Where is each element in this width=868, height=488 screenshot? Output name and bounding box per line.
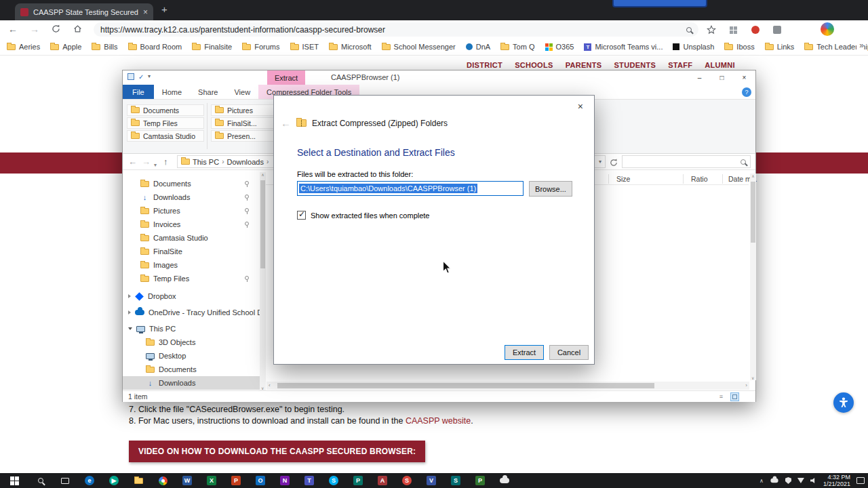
bookmark-dna[interactable]: DnA bbox=[466, 43, 490, 51]
extract-destination-camtasia-studio[interactable]: Camtasia Studio bbox=[127, 130, 204, 142]
nav-link-parents[interactable]: PARENTS bbox=[566, 61, 602, 69]
tray-expand-icon[interactable]: ∧ bbox=[760, 478, 764, 484]
sidebar-item-temp-files[interactable]: Temp Files bbox=[123, 272, 260, 285]
sidebar-item-pictures[interactable]: Pictures bbox=[123, 204, 260, 218]
horizontal-scrollbar[interactable]: ‹ › bbox=[267, 382, 749, 390]
extract-destination-documents[interactable]: Documents bbox=[127, 104, 204, 116]
bookmark-apple[interactable]: Apple bbox=[50, 43, 81, 51]
start-button[interactable] bbox=[0, 473, 28, 488]
taskbar-sharepoint-icon[interactable]: S bbox=[443, 473, 468, 488]
bookmark-iboss[interactable]: Iboss bbox=[724, 43, 754, 51]
taskbar-clock[interactable]: 4:32 PM 1/21/2021 bbox=[823, 474, 850, 487]
sidebar-item-dropbox[interactable]: Dropbox bbox=[123, 289, 260, 303]
help-icon[interactable]: ? bbox=[742, 87, 751, 97]
sidebar-item-finalsite[interactable]: FinalSite bbox=[123, 245, 260, 258]
accessibility-widget-button[interactable] bbox=[833, 392, 854, 413]
extension-puzzle-icon[interactable] bbox=[773, 26, 781, 34]
browse-button[interactable]: Browse... bbox=[529, 181, 572, 197]
onedrive-tray-icon[interactable] bbox=[770, 479, 778, 483]
scrollbar-thumb[interactable] bbox=[751, 182, 755, 243]
taskbar-visio-icon[interactable]: V bbox=[419, 473, 443, 488]
bookmark-aeries[interactable]: Aeries bbox=[7, 43, 40, 51]
tab-home[interactable]: Home bbox=[154, 85, 190, 99]
scroll-down-icon[interactable]: ∨ bbox=[261, 386, 264, 390]
bookmark-microsoft-teams-vi[interactable]: TMicrosoft Teams vi... bbox=[584, 43, 663, 51]
tab-close-icon[interactable]: × bbox=[143, 7, 148, 17]
nav-forward-icon[interactable]: → bbox=[142, 157, 151, 167]
taskbar-edge-icon[interactable]: e bbox=[77, 473, 102, 488]
nav-back-icon[interactable]: ← bbox=[128, 157, 137, 167]
bookmark-microsoft[interactable]: Microsoft bbox=[329, 43, 372, 51]
tab-share[interactable]: Share bbox=[190, 85, 226, 99]
bookmark-o365[interactable]: O365 bbox=[545, 43, 574, 51]
maximize-button[interactable]: □ bbox=[711, 70, 733, 85]
nav-link-schools[interactable]: SCHOOLS bbox=[515, 61, 553, 69]
taskbar-task-view-icon[interactable] bbox=[53, 473, 77, 488]
extension-icon-red[interactable] bbox=[751, 26, 760, 34]
close-button[interactable]: × bbox=[733, 70, 755, 85]
taskbar-search-icon[interactable] bbox=[28, 473, 53, 488]
nav-link-students[interactable]: STUDENTS bbox=[614, 61, 656, 69]
taskbar-onedrive-icon[interactable] bbox=[492, 473, 517, 488]
bookmark-unsplash[interactable]: Unsplash bbox=[673, 43, 714, 51]
bookmark-forums[interactable]: Forums bbox=[242, 43, 279, 51]
dialog-close-icon[interactable]: × bbox=[574, 100, 587, 113]
nav-link-staff[interactable]: STAFF bbox=[668, 61, 692, 69]
refresh-icon[interactable] bbox=[610, 157, 618, 169]
tab-view[interactable]: View bbox=[226, 85, 258, 99]
extract-button[interactable]: Extract bbox=[505, 345, 544, 360]
breadcrumb-this-pc[interactable]: This PC bbox=[193, 158, 219, 166]
column-header-ratio[interactable]: Ratio bbox=[691, 175, 708, 183]
sidebar-item-onedrive-tracy-unified-school-distr[interactable]: OneDrive - Tracy Unified School Distr bbox=[123, 306, 260, 319]
bookmark-links[interactable]: Links bbox=[765, 43, 795, 51]
chevron-down-icon[interactable] bbox=[128, 327, 132, 330]
bookmark-star-icon[interactable] bbox=[707, 25, 716, 37]
taskbar-project-icon[interactable]: P bbox=[468, 473, 492, 488]
dialog-back-icon[interactable]: ← bbox=[281, 117, 291, 129]
sidebar-item-documents[interactable]: Documents bbox=[123, 363, 260, 376]
explorer-title-bar[interactable]: ✓ ▾ Extract CAASPPBrowser (1) – □ × bbox=[123, 70, 755, 85]
explorer-search-input[interactable] bbox=[622, 155, 751, 168]
refresh-icon[interactable] bbox=[52, 24, 60, 35]
sidebar-item-camtasia-studio[interactable]: Camtasia Studio bbox=[123, 231, 260, 245]
filelist-scrollbar[interactable]: ∧∨ bbox=[750, 174, 756, 380]
chevron-right-icon[interactable] bbox=[128, 310, 131, 314]
bookmarks-overflow-icon[interactable]: » bbox=[856, 41, 864, 50]
zoom-icon[interactable] bbox=[686, 27, 692, 33]
taskbar-onenote-icon[interactable]: N bbox=[273, 473, 297, 488]
bookmark-tom-q[interactable]: Tom Q bbox=[500, 43, 534, 51]
scroll-left-icon[interactable]: ‹ bbox=[269, 382, 271, 388]
taskbar-excel-icon[interactable]: X bbox=[199, 473, 224, 488]
scrollbar-thumb[interactable] bbox=[260, 180, 265, 268]
security-shield-icon[interactable] bbox=[785, 477, 791, 484]
network-icon[interactable] bbox=[797, 478, 804, 483]
tab-file[interactable]: File bbox=[123, 85, 154, 99]
nav-history-dropdown-icon[interactable]: ▾ bbox=[154, 160, 157, 170]
properties-check-icon[interactable]: ✓ bbox=[138, 73, 144, 81]
nav-up-icon[interactable]: ↑ bbox=[163, 157, 168, 167]
sidebar-item-this-pc[interactable]: This PC bbox=[123, 322, 260, 336]
bookmark-school-messenger[interactable]: School Messenger bbox=[382, 43, 456, 51]
taskbar-publisher-icon[interactable]: P bbox=[346, 473, 370, 488]
nav-link-alumni[interactable]: ALUMNI bbox=[705, 61, 735, 69]
chevron-right-icon[interactable] bbox=[128, 294, 131, 298]
address-bar[interactable]: https://www.tracy.k12.ca.us/parentstuden… bbox=[94, 22, 698, 37]
back-icon[interactable]: ← bbox=[8, 24, 18, 35]
thumbnail-view-icon[interactable] bbox=[730, 392, 739, 401]
sidebar-item-desktop[interactable]: Desktop bbox=[123, 349, 260, 363]
browser-tab[interactable]: CAASPP State Testing Secured B × bbox=[15, 3, 153, 20]
scroll-right-icon[interactable]: › bbox=[745, 382, 747, 388]
volume-icon[interactable] bbox=[810, 478, 817, 484]
bookmark-finalsite[interactable]: Finalsite bbox=[192, 43, 232, 51]
taskbar-camtasia-icon[interactable]: ▶ bbox=[102, 473, 126, 488]
sidebar-scrollbar[interactable]: ∧∨ bbox=[260, 172, 266, 390]
bookmark-board-room[interactable]: Board Room bbox=[128, 43, 182, 51]
scrollbar-thumb[interactable] bbox=[277, 383, 654, 388]
sidebar-item-invoices[interactable]: Invoices bbox=[123, 218, 260, 231]
sidebar-item-3d-objects[interactable]: 3D Objects bbox=[123, 336, 260, 349]
taskbar-snagit-icon[interactable]: S bbox=[395, 473, 419, 488]
destination-path-input[interactable]: C:\Users\tquiambao\Downloads\CAASPPBrows… bbox=[297, 181, 524, 196]
breadcrumb-dropdown-icon[interactable]: ▾ bbox=[599, 159, 601, 165]
taskbar-outlook-icon[interactable]: O bbox=[248, 473, 273, 488]
new-tab-button[interactable]: + bbox=[161, 3, 167, 15]
